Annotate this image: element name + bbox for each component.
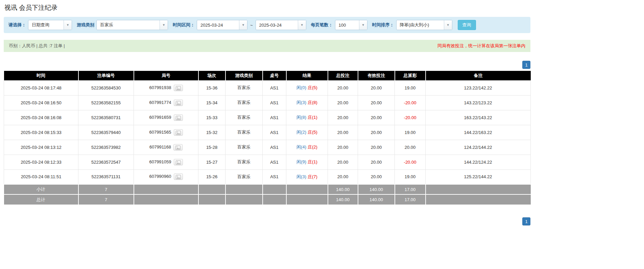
chevron-down-icon: ▼ [160,20,168,30]
cell-session: 15-28 [198,140,225,155]
result-banker: 庄(8) [308,100,317,105]
table-row: 2025-03-24 08:16:08 522363580731 6079916… [4,110,531,125]
cell-empty [263,184,286,194]
round-number: 607991938 [149,85,171,90]
sort-order-value: 降幂(由大到小) [397,22,444,28]
cell-valid-bet: 20.00 [358,155,395,169]
date-to-select[interactable]: 2025-03-24 ▼ [256,20,306,30]
cell-round: 607991659 [134,110,198,125]
game-type-select[interactable]: 百家乐 ▼ [96,20,168,30]
cell-result: 闲(3)庄(7) [286,169,328,184]
filter-bar: 请选择： 日期查询 ▼ 游戏类别 百家乐 ▼ 时间区间： 2025-03-24 … [4,17,530,33]
cell-session: 15-26 [198,169,225,184]
col-table: 桌号 [263,71,286,80]
image-icon [176,160,181,165]
grand-total-payout: 17.00 [395,194,426,205]
result-banker: 庄(1) [308,159,317,164]
content: 请选择： 日期查询 ▼ 游戏类别 百家乐 ▼ 时间区间： 2025-03-24 … [4,17,530,225]
page-size-select[interactable]: 100 ▼ [335,20,367,30]
cell-bet-id: 522363572547 [78,155,134,169]
col-valid-bet: 有效投注 [358,71,395,80]
query-type-select[interactable]: 日期查询 ▼ [28,20,72,30]
bet-records-table: 时间 注单编号 局号 场次 游戏类别 桌号 结果 总投注 有效投注 总派彩 备注… [4,71,531,205]
cell-result: 闲(8)庄(1) [286,110,328,125]
result-banker: 庄(7) [308,174,317,179]
cell-table: AS1 [263,169,286,184]
cell-valid-bet: 20.00 [358,95,395,110]
table-row: 2025-03-24 08:11:51 522363571131 6079909… [4,169,531,184]
pagination-bottom: 1 [4,217,530,225]
round-number: 607990960 [149,174,171,179]
cell-total-bet: 20.00 [328,155,358,169]
view-round-button[interactable] [174,85,183,91]
cell-time: 2025-03-24 08:13:12 [4,140,78,155]
query-type-value: 日期查询 [28,22,64,28]
grand-total-total-bet: 140.00 [328,194,358,205]
pagination-page-1[interactable]: 1 [522,61,530,69]
col-game-type: 游戏类别 [225,71,263,80]
cell-total-bet: 20.00 [328,169,358,184]
result-banker: 庄(2) [308,144,317,150]
table-row: 2025-03-24 08:15:33 522363579440 6079915… [4,125,531,140]
cell-total-bet: 20.00 [328,125,358,140]
cell-bet-id: 522363573982 [78,140,134,155]
cell-valid-bet: 20.00 [358,80,395,95]
cell-round: 607991059 [134,155,198,169]
col-total-bet: 总投注 [328,71,358,80]
round-number: 607991168 [149,144,171,149]
cell-empty [225,194,263,205]
cell-remark: 143.22/123.22 [426,95,531,110]
view-round-button[interactable] [173,144,183,151]
cell-table: AS1 [263,95,286,110]
round-number: 607991659 [149,114,171,119]
cell-bet-id: 522363582155 [78,95,134,110]
cell-time: 2025-03-24 08:16:08 [4,110,78,125]
cell-time: 2025-03-24 08:15:33 [4,125,78,140]
date-range-separator: ~ [249,23,254,28]
cell-game-type: 百家乐 [225,110,263,125]
cell-time: 2025-03-24 08:16:50 [4,95,78,110]
view-round-button[interactable] [174,173,183,180]
cell-empty [134,184,198,194]
date-range-label: 时间区间： [173,22,195,28]
date-from-select[interactable]: 2025-03-24 ▼ [197,20,247,30]
view-round-button[interactable] [174,100,183,106]
cell-empty [198,194,225,205]
image-icon [175,145,181,150]
cell-bet-id: 522363580731 [78,110,134,125]
result-banker: 庄(5) [308,130,317,135]
subtotal-label: 小计 [4,184,78,194]
page-size-label: 每页笔数： [311,22,333,28]
chevron-down-icon: ▼ [444,20,452,30]
cell-payout: -20.00 [395,95,426,110]
result-banker: 庄(5) [308,85,317,90]
pagination-page-1[interactable]: 1 [522,217,530,225]
game-type-value: 百家乐 [97,22,160,28]
notice-text: 同局有效投注，统一计算在该局第一张注单内 [437,43,525,49]
result-player: 闲(8) [296,115,306,120]
result-player: 闲(0) [296,85,306,90]
chevron-down-icon: ▼ [239,20,247,30]
page: 视讯 会员下注纪录 请选择： 日期查询 ▼ 游戏类别 百家乐 ▼ 时间区间： 2… [0,0,644,230]
cell-valid-bet: 20.00 [358,125,395,140]
cell-empty [426,194,531,205]
cell-remark: 144.22/124.22 [426,155,531,169]
chevron-down-icon: ▼ [298,20,306,30]
cell-result: 闲(2)庄(5) [286,125,328,140]
image-icon [176,131,181,135]
result-player: 闲(3) [296,100,306,105]
view-round-button[interactable] [174,114,183,121]
view-round-button[interactable] [174,129,183,136]
table-row: 2025-03-24 08:13:12 522363573982 6079911… [4,140,531,155]
cell-remark: 163.22/143.22 [426,110,531,125]
sort-order-select[interactable]: 降幂(由大到小) ▼ [396,20,452,30]
cell-total-bet: 20.00 [328,140,358,155]
cell-game-type: 百家乐 [225,95,263,110]
search-button[interactable]: 查询 [458,20,476,30]
cell-remark: 125.22/144.22 [426,169,531,184]
cell-table: AS1 [263,125,286,140]
view-round-button[interactable] [174,159,183,165]
cell-game-type: 百家乐 [225,140,263,155]
round-number: 607991059 [149,159,171,164]
cell-empty [286,184,328,194]
